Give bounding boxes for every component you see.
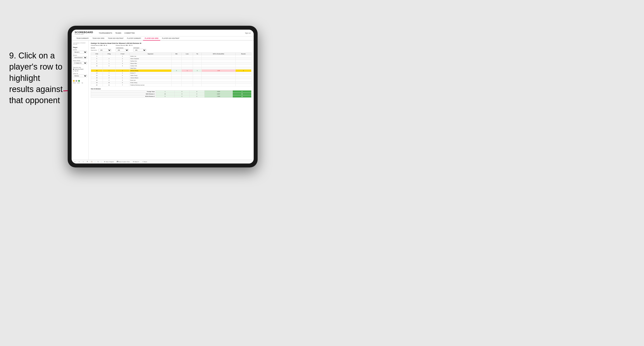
legend-label-down: Down bbox=[73, 82, 76, 83]
bottom-toolbar: ↩ ↪ ⤷ ⧉ 📋 | ↻ | 👁 View: Original 💾 Save … bbox=[72, 160, 254, 164]
tablet-screen: SCOREBOARD Powered by clippd TOURNAMENTS… bbox=[72, 30, 254, 164]
sidebar-division-select[interactable]: NCAA Division III bbox=[73, 56, 87, 59]
table-row[interactable]: 20117Federica Domecq Lacroze bbox=[91, 84, 252, 86]
filter-opponent: Opponent (All) bbox=[133, 47, 146, 51]
filter-region: Region Opponents: (All) bbox=[91, 47, 111, 51]
radio-opponents-played-circle bbox=[73, 69, 74, 70]
col-loss: Loss bbox=[182, 53, 193, 55]
colour-by-select[interactable]: Win/loss bbox=[73, 75, 87, 77]
refresh-btn[interactable]: ↻ bbox=[97, 161, 99, 163]
main-content: Last Updated: 27/03/2024 16:55:38 Player… bbox=[72, 40, 254, 160]
sidebar-gender-select[interactable]: Women's bbox=[73, 51, 87, 53]
subnav-player-h2h-heatmap[interactable]: PLAYER H2H HEATMAP bbox=[160, 36, 181, 40]
logo-area: SCOREBOARD Powered by clippd bbox=[75, 31, 93, 35]
filter-region-select[interactable]: (All) bbox=[98, 49, 111, 51]
filter-conference: Conference (All) bbox=[116, 47, 129, 51]
colour-by-label: Colour by bbox=[73, 73, 87, 74]
table-row[interactable]: 1822Euna Lee bbox=[91, 79, 252, 82]
subnav-player-h2h-grid[interactable]: PLAYER H2H GRID bbox=[143, 36, 160, 40]
table-row[interactable]: 522Alexis Sudjianto bbox=[91, 58, 252, 60]
col-opponent: Opponent bbox=[130, 53, 172, 55]
col-win: Win bbox=[172, 53, 182, 55]
table-row[interactable]: 1063Andrea York bbox=[91, 65, 252, 67]
grid-area: Katelyn Vo Head-to-Head Grid for Women's… bbox=[89, 40, 254, 160]
grid-title: Katelyn Vo Head-to-Head Grid for Women's… bbox=[91, 42, 252, 44]
subnav-team-h2h-heatmap[interactable]: TEAM H2H HEATMAP bbox=[106, 36, 125, 40]
radio-top100[interactable]: Top 100 bbox=[73, 70, 87, 71]
subnav-team-summary[interactable]: TEAM SUMMARY bbox=[75, 36, 90, 40]
sidebar-division-label: Division bbox=[73, 54, 87, 56]
nav-links: TOURNAMENTS TEAMS COMMITTEE bbox=[99, 32, 241, 34]
sidebar-gender-label: Gender bbox=[73, 49, 87, 50]
navbar: SCOREBOARD Powered by clippd TOURNAMENTS… bbox=[72, 30, 254, 36]
out-div-row[interactable]: NCAA Division 25007.40010 bbox=[91, 95, 252, 98]
out-of-div-table: Foreign Team1004.5002NAIA Division 11500… bbox=[91, 90, 252, 98]
filter-conference-select[interactable]: (All) bbox=[116, 49, 129, 51]
legend-dot-level bbox=[76, 80, 77, 82]
legend-label-up: Up bbox=[81, 82, 84, 83]
grid-records: Overall Record: 353 - 34 - 6 Division Re… bbox=[91, 45, 252, 46]
undo-btn[interactable]: ↩ bbox=[74, 161, 76, 163]
opponent-view-label: Opponent view bbox=[73, 67, 87, 68]
tablet-frame: SCOREBOARD Powered by clippd TOURNAMENTS… bbox=[68, 26, 258, 168]
nav-teams[interactable]: TEAMS bbox=[115, 32, 122, 34]
save-custom-view-btn[interactable]: 💾 Save Custom View bbox=[116, 161, 130, 163]
logo-text: SCOREBOARD bbox=[75, 31, 93, 33]
legend-dot-up bbox=[78, 80, 80, 82]
h2h-table: # Div # Reg # Conf Opponent Win Loss Tie… bbox=[91, 52, 252, 86]
table-row[interactable]: 1585Stella Cheng bbox=[91, 74, 252, 77]
table-row[interactable]: 1691Jessica Mason bbox=[91, 77, 252, 79]
copy-btn[interactable]: ⧉ bbox=[86, 161, 88, 163]
table-row[interactable]: 613Sydney Kuo bbox=[91, 60, 252, 62]
filter-row: Region Opponents: (All) Conference (All) bbox=[91, 47, 252, 51]
share-btn[interactable]: ↗ Share bbox=[142, 161, 148, 163]
sidebar: Last Updated: 27/03/2024 16:55:38 Player… bbox=[72, 40, 89, 160]
legend: Down Level Up bbox=[73, 80, 87, 83]
sign-out-link[interactable]: Sign out bbox=[245, 32, 250, 34]
radio-opponents-played[interactable]: Opponents Played bbox=[73, 68, 87, 70]
subnav-player-summary[interactable]: PLAYER SUMMARY bbox=[125, 36, 143, 40]
redo-btn[interactable]: ↪ bbox=[78, 161, 80, 163]
opponent-view-section: Opponent view Opponents Played Top 100 bbox=[73, 67, 87, 71]
sidebar-player-title: Player bbox=[73, 47, 87, 48]
col-div: # Div bbox=[91, 53, 103, 55]
annotation-text: 9. Click on a player's row to highlight … bbox=[9, 50, 66, 106]
col-diff: Diff Av Strokes/Rnd bbox=[202, 53, 235, 55]
filter-opponent-select[interactable]: (All) bbox=[133, 49, 146, 51]
subnav: TEAM SUMMARY TEAM H2H GRID TEAM H2H HEAT… bbox=[72, 36, 254, 40]
view-original-btn[interactable]: 👁 View: Original bbox=[103, 161, 114, 163]
paste-btn[interactable]: 📋 bbox=[90, 161, 93, 163]
subnav-team-h2h-grid[interactable]: TEAM H2H GRID bbox=[90, 36, 106, 40]
col-conf: # Conf bbox=[116, 53, 130, 55]
legend-label-level: Level bbox=[77, 82, 80, 83]
logo-sub: Powered by clippd bbox=[75, 33, 93, 35]
out-of-division-label: Out of division bbox=[91, 88, 252, 90]
forward-btn[interactable]: ⤷ bbox=[82, 161, 84, 163]
col-reg: # Reg bbox=[102, 53, 115, 55]
table-row[interactable]: 19106Emily Chang bbox=[91, 82, 252, 84]
table-row[interactable]: 31Esther Lee bbox=[91, 55, 252, 58]
sidebar-player-rank-select[interactable]: 8. Katelyn Vo bbox=[73, 62, 87, 64]
legend-dot-down bbox=[73, 80, 75, 82]
col-rounds: Rounds bbox=[235, 53, 251, 55]
watch-btn[interactable]: 👁 Watch ▾ bbox=[132, 161, 140, 163]
table-row[interactable]: 914Sharon Mun bbox=[91, 62, 252, 65]
table-row[interactable]: Heeji Hyun bbox=[91, 67, 252, 70]
out-div-row[interactable]: NAIA Division 115009.26730 bbox=[91, 93, 252, 95]
sidebar-timestamp: Last Updated: 27/03/2024 16:55:38 bbox=[73, 42, 87, 45]
col-tie: Tie bbox=[193, 53, 202, 55]
out-div-row[interactable]: Foreign Team1004.5002 bbox=[91, 90, 252, 93]
nav-committee[interactable]: COMMITTEE bbox=[124, 32, 135, 34]
table-row[interactable]: 1474Eunice Yi bbox=[91, 72, 252, 74]
table-row[interactable]: 1311Jessica Huang010-3.002 bbox=[91, 70, 252, 72]
nav-tournaments[interactable]: TOURNAMENTS bbox=[99, 32, 112, 34]
sidebar-player-rank-label: Player (Rank) bbox=[73, 60, 87, 61]
radio-top100-circle bbox=[73, 70, 74, 71]
